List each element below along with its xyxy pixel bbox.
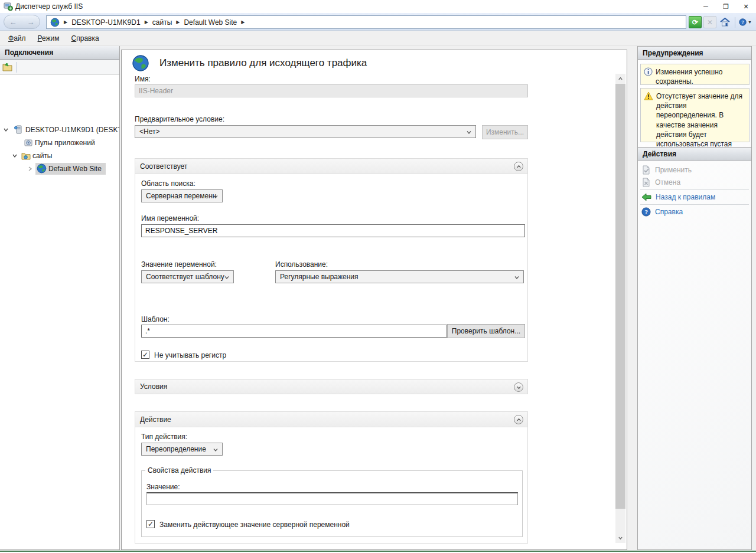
variable-value-value: Соответствует шаблону <box>146 273 224 281</box>
usage-value: Регулярные выражения <box>280 273 359 281</box>
conditions-section-title: Условия <box>140 382 167 391</box>
ignore-case-label: Не учитывать регистр <box>154 351 226 359</box>
action-properties-group: Свойства действия Значение: ✓ Заменить д… <box>141 466 523 537</box>
collapse-icon[interactable] <box>514 162 523 171</box>
chevron-expanded-icon[interactable] <box>3 127 9 133</box>
variable-value-select[interactable]: Соответствует шаблону <box>141 270 234 283</box>
crumb-arrow-icon: ▶ <box>241 19 245 25</box>
alert-info: Изменения успешно сохранены. <box>640 64 750 85</box>
back-to-rules-action[interactable]: Назад к правилам <box>641 191 715 202</box>
back-to-rules-label[interactable]: Назад к правилам <box>656 193 715 201</box>
pattern-label: Шаблон: <box>141 315 170 323</box>
chevron-down-icon <box>213 447 219 453</box>
scope-select[interactable]: Серверная переменн <box>141 189 223 202</box>
help-action[interactable]: ? Справка <box>641 206 683 217</box>
alert-text: Отсутствует значение для действия переоп… <box>656 91 747 138</box>
tree-label[interactable]: сайты <box>31 150 54 161</box>
restore-button[interactable]: ❐ <box>716 0 736 13</box>
pattern-input[interactable] <box>141 325 447 338</box>
back-arrow-icon <box>641 193 651 201</box>
page-title: Изменить правило для исходящего трафика <box>159 57 367 69</box>
connections-panel: Подключения DESKTOP-U1MK9D1 (DESKTOP Пул… <box>0 46 120 550</box>
window-bottom-border <box>0 551 756 552</box>
value-input[interactable] <box>146 492 518 505</box>
vertical-scrollbar[interactable] <box>615 74 625 543</box>
scroll-thumb[interactable] <box>615 84 625 509</box>
help-icon[interactable]: ? ▼ <box>739 16 752 28</box>
action-section-header[interactable]: Действие <box>135 412 527 427</box>
chevron-expanded-icon[interactable] <box>12 153 18 159</box>
alert-text: Изменения успешно сохранены. <box>656 67 747 81</box>
variable-name-label: Имя переменной: <box>141 214 199 222</box>
conditions-section-header[interactable]: Условия <box>135 379 528 394</box>
home-icon[interactable] <box>718 16 731 28</box>
connections-toolbar <box>0 60 119 75</box>
chevron-collapsed-icon[interactable] <box>27 166 33 172</box>
match-section-header[interactable]: Соответствует <box>135 159 527 174</box>
tree-label[interactable]: Default Web Site <box>47 163 103 174</box>
crumb-default-web-site[interactable]: Default Web Site <box>184 18 237 27</box>
action-section: Действие Тип действия: Переопределение С… <box>135 411 528 544</box>
ignore-case-checkbox[interactable]: ✓ <box>141 351 149 359</box>
help-label[interactable]: Справка <box>655 208 683 216</box>
match-section: Соответствует Область поиска: Серверная … <box>135 158 528 362</box>
alert-warning: Отсутствует значение для действия переоп… <box>640 88 750 142</box>
scroll-up-icon[interactable] <box>615 74 625 84</box>
tree-item-app-pools[interactable]: Пулы приложений <box>24 136 97 149</box>
usage-select[interactable]: Регулярные выражения <box>275 270 524 283</box>
address-bar: ← → ▶ DESKTOP-U1MK9D1 ▶ сайты ▶ Default … <box>0 13 756 31</box>
tree-item-sites[interactable]: сайты <box>12 149 54 162</box>
precondition-label: Предварительное условие: <box>135 115 224 123</box>
tree-label[interactable]: DESKTOP-U1MK9D1 (DESKTOP <box>24 125 120 135</box>
app-icon <box>4 2 13 11</box>
breadcrumb[interactable]: ▶ DESKTOP-U1MK9D1 ▶ сайты ▶ Default Web … <box>46 15 686 29</box>
test-pattern-button[interactable]: Проверить шаблон... <box>447 324 525 338</box>
crumb-server[interactable]: DESKTOP-U1MK9D1 <box>71 18 140 27</box>
actions-panel: Предупреждения Изменения успешно сохране… <box>637 46 752 550</box>
crumb-arrow-icon: ▶ <box>145 19 148 25</box>
precondition-select[interactable]: <Нет> <box>135 125 476 138</box>
restart-icon[interactable]: ⟳ <box>689 16 702 28</box>
action-type-label: Тип действия: <box>141 433 187 441</box>
page-globe-icon <box>132 54 149 72</box>
menu-help[interactable]: Справка <box>66 32 105 45</box>
actions-header: Действия <box>638 147 751 161</box>
chevron-down-icon <box>213 194 219 199</box>
tree-item-default-web-site[interactable]: Default Web Site <box>27 162 106 175</box>
chevron-down-icon <box>224 274 230 280</box>
replace-existing-checkbox[interactable]: ✓ <box>146 520 155 528</box>
menu-view[interactable]: Режим <box>32 32 66 45</box>
scroll-down-icon[interactable] <box>615 533 625 543</box>
tree-label[interactable]: Пулы приложений <box>33 138 97 148</box>
stop-icon: ✕ <box>703 16 716 28</box>
server-icon <box>14 125 24 135</box>
minimize-button[interactable]: ─ <box>696 0 716 13</box>
divider <box>735 17 735 28</box>
action-type-select[interactable]: Переопределение <box>141 443 223 456</box>
forward-icon[interactable]: → <box>27 18 35 27</box>
help-dropdown-icon[interactable]: ▼ <box>748 20 752 24</box>
selected-tree-node[interactable]: Default Web Site <box>35 163 106 175</box>
tree-item-server[interactable]: DESKTOP-U1MK9D1 (DESKTOP <box>3 123 120 136</box>
help-circle-icon: ? <box>641 207 651 217</box>
divider <box>640 189 749 190</box>
menu-bar: Файл Режим Справка <box>0 31 756 46</box>
nav-buttons: ← → <box>4 15 40 29</box>
crumb-sites[interactable]: сайты <box>152 18 172 27</box>
apply-label: Применить <box>655 166 692 174</box>
scope-value: Серверная переменн <box>146 192 216 200</box>
menu-file[interactable]: Файл <box>2 32 32 45</box>
create-connection-icon[interactable] <box>2 63 12 71</box>
variable-name-input[interactable] <box>141 224 525 237</box>
match-section-title: Соответствует <box>140 162 187 171</box>
expand-icon[interactable] <box>514 382 523 392</box>
back-icon[interactable]: ← <box>9 18 17 27</box>
chevron-down-icon <box>514 274 520 280</box>
connections-header: Подключения <box>0 46 119 60</box>
chevron-down-icon <box>466 129 472 135</box>
collapse-icon[interactable] <box>514 415 523 424</box>
alerts-header: Предупреждения <box>638 46 751 60</box>
scope-label: Область поиска: <box>141 179 195 188</box>
action-properties-legend: Свойства действия <box>145 466 213 475</box>
close-button[interactable]: ✕ <box>736 0 756 13</box>
